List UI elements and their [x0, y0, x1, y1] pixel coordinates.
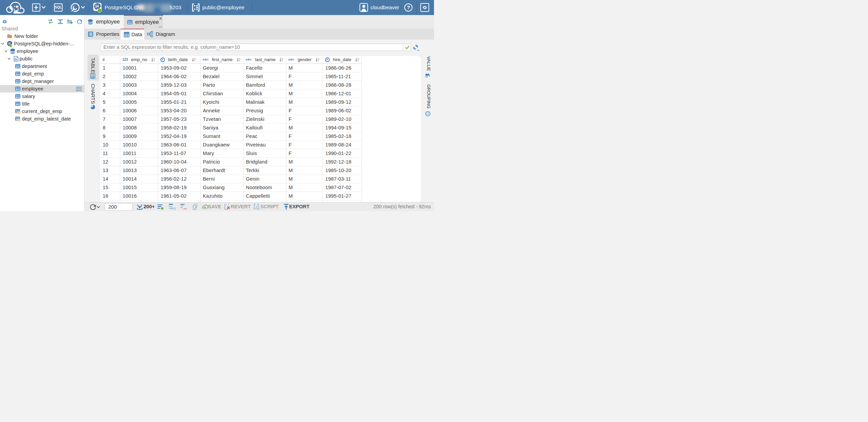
svg-text:(+): (+)	[172, 207, 176, 210]
